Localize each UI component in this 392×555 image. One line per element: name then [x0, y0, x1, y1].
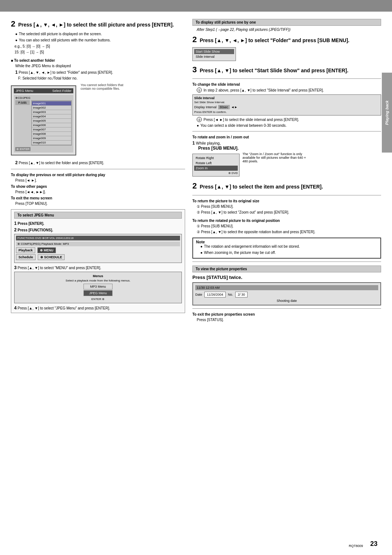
functions-btn-row: Playback ⊕ MENU [16, 247, 180, 253]
divider1 [11, 169, 185, 169]
functions-sub-bar: ⊕ COMP3(JPEG) Playback Mode: MP3 [16, 242, 180, 246]
tab-label: Playing back [382, 73, 392, 153]
step2-block: 2 Press [▲, ▼, ◄, ►] to select the still… [11, 19, 185, 55]
folder-badge: F:1/21 [15, 100, 30, 105]
slide-interval-step2: ② Press [◄ ►] to select the slide interv… [197, 117, 381, 122]
schedule-btn[interactable]: Schedule [16, 254, 36, 260]
screen-title-bar: JPEG Menu Select Folder [14, 88, 73, 93]
folder-item: image002 [32, 106, 71, 110]
zoom-in-item: Zoom In [194, 166, 238, 171]
rotate-screen: Rotate Right Rotate Left Zoom In ⊛ DVD [192, 154, 240, 177]
menu-desc: Select a playback mode from the followin… [17, 279, 179, 282]
jpeg-step4: 4 Press [▲, ▼] to select "JPEG Menu" and… [14, 305, 182, 311]
status-screen: 11/30 12:03 AM Date 11/26/2004 No. 2/ 30… [192, 282, 381, 305]
status-data-row: Date 11/26/2004 No. 2/ 30 [195, 292, 378, 297]
jpeg-menu-box: To select JPEG Menu 1 Press [ENTER]. 2 P… [11, 209, 185, 313]
display-still-header: To display still pictures one by one [192, 19, 381, 26]
step2-right-number: 2 [192, 35, 197, 44]
dvd-icon: ⊛ DVD [194, 171, 238, 175]
jpeg-menu-btn[interactable]: JPEG Menu [83, 290, 113, 296]
exit-properties-title: To exit the picture properties screen [192, 312, 381, 316]
step2-bullet2: You can also select still pictures with … [15, 38, 185, 43]
return-original-title: To return the picture to its original si… [192, 199, 381, 203]
screen-subtitle: ⊕CD/JPEG [15, 96, 72, 100]
step3-right-number: 3 [192, 65, 197, 74]
folder-item: image009 [32, 136, 71, 140]
note-box: Note The rotation and enlargement inform… [192, 238, 381, 259]
folder-item: image008 [32, 132, 71, 136]
rotate-step1: 1 While playing, [192, 141, 381, 146]
folder-item: image010 [32, 141, 71, 145]
divider5 [192, 262, 381, 262]
right-column: To display still pictures one by one Aft… [192, 19, 381, 325]
no-label: No. [228, 293, 233, 296]
step4-label: Press [▲, ▼] to select "JPEG Menu" and p… [17, 306, 110, 310]
screen-inner: ⊕CD/JPEG F:1/21 image001 image002 image0… [14, 95, 73, 153]
functions-screen: FUNCTIONS DVD ⊕Off VOL 20041120118 ⊕ COM… [14, 234, 182, 263]
status-top-bar: 11/30 12:03 AM [195, 285, 378, 290]
side-note: You cannot select folders that contain n… [81, 83, 124, 158]
return-position-title: To return the rotated picture to its ori… [192, 219, 381, 223]
model-number: RQT8009 [349, 544, 363, 548]
divider3 [192, 131, 381, 131]
example2: 15: [0] → [1] → [5] [15, 50, 185, 55]
folder-item: image003 [32, 110, 71, 114]
functions-top-text: FUNCTIONS DVD ⊕Off VOL 20041120118 [17, 236, 74, 240]
enter-btn: ⊛ ENTER [15, 147, 30, 151]
playing-back-tab: Playing back [382, 73, 392, 182]
exit-title: To exit the menu screen [11, 196, 185, 200]
note-label: Note [196, 240, 377, 244]
screen-left-title: JPEG Menu [16, 89, 33, 93]
step2-rotate-title: 2 Press [▲, ▼] to select the item and pr… [192, 181, 381, 191]
jpeg-step1-label: Press [ENTER]. [17, 222, 44, 226]
show-pages-title: To show other pages [11, 185, 185, 189]
slide-menu-screen: Start Slide Show Slide Interval [192, 47, 236, 61]
rotate-left-item: Rotate Left [194, 161, 238, 166]
slide-interval-bullet: You can select a slide interval between … [197, 123, 381, 128]
schedule2-btn[interactable]: ⊕ SCHEDULE [38, 254, 65, 260]
interval-row: Display Interval 30sec ◄► [194, 105, 379, 109]
return-original-step1: ① Press [SUB MENU]. [197, 204, 381, 209]
return-original-step2: ② Press [▲, ▼] to select "Zoom out" and … [197, 210, 381, 215]
page-header [0, 0, 392, 12]
screen-right-title: Select Folder [52, 89, 72, 93]
start-slide-show-item: Start Slide Show [194, 49, 234, 54]
no-value: 2/ 30 [235, 292, 248, 297]
arrow-icon: ◄► [231, 105, 238, 109]
folder-item: image004 [32, 114, 71, 118]
while-jpeg-displayed: While the JPEG Menu is displayed [15, 64, 185, 69]
folder-step1: 1 Press [▲, ▼, ◄, ►] to select "Folder" … [15, 69, 185, 76]
slide-interval-item: Slide Interval [194, 54, 234, 59]
jpeg-step3: 3 Press [▲, ▼] to select "MENU" and pres… [14, 265, 182, 270]
return-position-section: To return the rotated picture to its ori… [192, 219, 381, 235]
folder-item: image007 [32, 127, 71, 131]
step2-right-block: 2 Press [▲, ▼, ◄, ►] to select "Folder" … [192, 35, 381, 61]
exit-properties-text: Press [STATUS]. [197, 317, 381, 323]
folder-item: image006 [32, 123, 71, 127]
during-play-section: To display the previous or next still pi… [11, 173, 185, 206]
menu-btn[interactable]: ⊕ MENU [37, 247, 56, 253]
step3-right-title-text: Press [▲, ▼] to select "Start Slide Show… [200, 68, 348, 73]
press-sub-menu: Press [SUB MENU]. [198, 146, 381, 151]
interval-screen: Slide Interval Set Slide Show Interval. … [192, 94, 381, 116]
menu-screen: Menus Select a playback mode from the fo… [14, 272, 182, 303]
press-enter-text: Press ENTER to confirm. [194, 110, 379, 114]
note-bullet1: The rotation and enlargement information… [200, 244, 377, 249]
interval-screen-sub: Set Slide Show Interval. [194, 101, 379, 104]
functions-btn-row2: Schedule ⊕ SCHEDULE [16, 254, 180, 260]
folder-list: image001 image002 image003 image004 imag… [31, 100, 72, 146]
display-interval-label: Display Interval [194, 105, 217, 109]
return-position-step1: ① Press [SUB MENU]. [197, 224, 381, 229]
rotate-right-item: Rotate Right [194, 155, 238, 161]
example1: e.g., 5: [0] → [0] → [5] [15, 44, 185, 49]
folder-item-selected: image001 [32, 101, 71, 105]
folder-step2: 2 Press [▲, ▼] to select the folder and … [15, 160, 185, 166]
date-value: 11/26/2004 [204, 292, 226, 297]
exit-properties-section: To exit the picture properties screen Pr… [192, 312, 381, 323]
divider6 [192, 308, 381, 309]
playback-btn[interactable]: Playback [16, 247, 35, 253]
rotate-zoom-section: To rotate and zoom in / zoom out 1 While… [192, 135, 381, 178]
menu-title: Menus [17, 274, 179, 278]
mp3-menu-btn[interactable]: MP3 Menu [83, 284, 113, 289]
select-folder-section: ■ To select another folder While the JPE… [11, 58, 185, 166]
